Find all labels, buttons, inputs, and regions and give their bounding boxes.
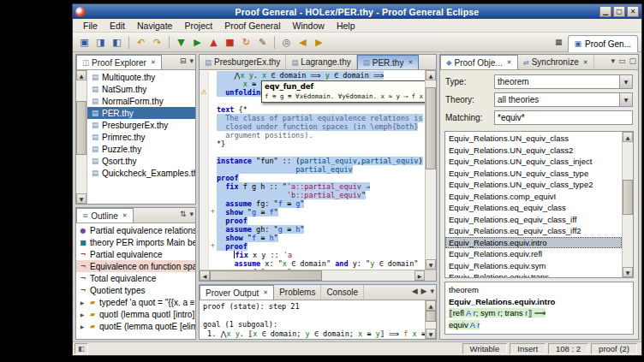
editor-line[interactable]: assume fg: "f ≅ g" [200,199,425,208]
editor-line[interactable]: assume gh: "g ≅ h" [200,225,425,234]
outline-item[interactable]: ■ theory PER imports Main begin [76,236,195,248]
fold-toggle-icon[interactable] [209,268,217,270]
fold-toggle-icon[interactable] [209,225,217,234]
editor-line[interactable] [200,148,425,157]
editor-tab[interactable]: ▤ Lagrange.thy [286,55,356,69]
editor-line[interactable]: 'b::partial_equiv" [200,191,425,199]
explorer-file[interactable]: ▤ Multiquote.thy [87,71,195,83]
editor-line[interactable]: partial_equiv [200,165,425,174]
theorem-item[interactable]: Equiv_Relations.eq_equiv_class_iff2 [445,225,622,237]
editor-line[interactable]: assume x: "x ∈ domain" and y: "y ∈ domai… [200,259,425,268]
theorem-item[interactable]: Equiv_Relations.UN_equiv_class_type [445,168,622,180]
fold-toggle-icon[interactable] [209,165,217,174]
undo-step-icon[interactable]: ↶ [134,35,148,50]
fold-toggle-icon[interactable] [209,217,217,225]
menu-item[interactable]: Navigate [131,20,178,32]
fold-toggle-icon[interactable] [209,114,217,122]
fold-toggle-icon[interactable] [209,88,217,97]
chevron-down-icon[interactable]: ▼ [619,93,632,106]
expander-icon[interactable]: ▶ [79,323,86,329]
outline-item[interactable]: ¬ Equivalence on function spaces [76,260,195,272]
fold-toggle-icon[interactable] [209,148,217,157]
open-perspective-icon[interactable]: ▦ [553,36,564,48]
menu-item[interactable]: Help [331,20,361,32]
fastview-icon[interactable]: ◧ [75,343,88,354]
editor-line[interactable]: and "x ≅ y" [200,268,425,270]
theorem-item[interactable]: Equiv_Relations.equiv.refl [445,248,622,260]
scroll-up-icon[interactable]: ▲ [623,132,633,142]
fold-toggle-icon[interactable] [209,122,217,131]
goto-point-icon[interactable]: ▶ [190,35,205,50]
fold-toggle-icon[interactable] [209,234,217,242]
theorem-item[interactable]: Equiv_Relations.comp_equivI [445,191,622,203]
fold-toggle-icon[interactable]: + [209,242,217,251]
scroll-up-icon[interactable]: ▲ [76,70,86,80]
outline-item[interactable]: ▶ ▰ quotE (lemma quotE [elim]: "... [76,320,195,332]
scroll-thumb[interactable] [210,270,322,281]
retract-step-icon[interactable]: ▲ [206,35,221,50]
close-icon[interactable]: ✕ [149,59,156,66]
stop-prover-icon[interactable]: ■ [223,35,237,50]
editor-line[interactable]: closed under function spaces (in \emph{b… [200,122,425,131]
theorem-item[interactable]: Equiv_Relations.eq_equiv_class_iff [445,214,622,226]
fold-toggle-icon[interactable] [209,139,217,148]
close-icon[interactable]: ✕ [406,59,413,66]
expander-icon[interactable]: ▶ [79,312,86,317]
fold-toggle-icon[interactable] [209,80,217,88]
save-icon[interactable]: ◨ [93,35,108,50]
fold-toggle-icon[interactable] [209,251,217,259]
close-icon[interactable]: ✕ [261,289,268,296]
theorem-item[interactable]: Equiv_Relations.UN_equiv_class_type2 [445,179,622,191]
back-history-icon[interactable]: ◀ [295,35,310,50]
scroll-down-icon[interactable]: ▼ [426,329,436,339]
chevron-down-icon[interactable]: ▼ [619,75,632,88]
scroll-left-icon[interactable]: ◀ [200,270,210,281]
explorer-file[interactable]: ▤ Qsort.thy [87,155,195,167]
editor-line[interactable]: proof [200,217,425,225]
menu-item[interactable]: Window [287,20,331,32]
explorer-file[interactable]: ▤ Quickcheck_Examples.thy [87,167,195,179]
editor-text-area[interactable]: ⋀x y. x ∈ domain ⟹ y ∈ domain ⟹ x ≅ y ⟹ … [200,70,425,270]
redo-step-icon[interactable]: ↷ [150,35,164,50]
outline-item[interactable]: ¬ Total equivalence [76,272,195,284]
minimize-view-icon[interactable]: ▭ [617,55,628,69]
scroll-down-icon[interactable]: ▼ [623,267,633,277]
minimize-button[interactable]: ▁ [599,6,611,17]
scroll-thumb[interactable] [623,180,633,215]
theorem-item[interactable]: Equiv_Relations.UN_equiv_class2 [445,145,622,157]
view-menu-icon[interactable]: ▾ [428,285,436,300]
next-output-icon[interactable]: ▶ [420,285,429,300]
expander-icon[interactable]: ▶ [79,300,86,306]
outline-item[interactable]: ● Partial equivalence relations [76,224,195,236]
fold-toggle-icon[interactable] [209,131,217,139]
close-button[interactable]: ✕ [627,6,639,17]
fold-toggle-icon[interactable] [209,199,217,208]
view-menu-icon[interactable]: ▾ [188,208,195,223]
fold-toggle-icon[interactable]: + [209,208,217,217]
maximize-button[interactable]: ▢ [613,6,625,17]
theorem-item[interactable]: Equiv_Relations.UN_equiv_class_inject [445,156,622,168]
explorer-file[interactable]: ▤ NatSum.thy [87,83,195,95]
activate-scripting-icon[interactable]: ✎ [255,35,270,50]
scroll-down-icon[interactable]: ▼ [76,193,86,204]
editor-line[interactable]: instance "fun" :: (partial_equiv,partial… [200,157,425,165]
new-wizard-icon[interactable]: ▣ [77,35,92,50]
fold-toggle-icon[interactable] [209,157,217,165]
collapse-all-icon[interactable]: ⊟ [178,55,188,69]
explorer-file[interactable]: ▤ PresburgerEx.thy [87,119,195,131]
scroll-thumb[interactable] [76,101,86,155]
view-menu-icon[interactable]: ▾ [609,55,617,69]
outline-item[interactable]: ¬ Quotient types [76,284,195,296]
editor-line[interactable]: proof [200,174,425,182]
theorem-item[interactable]: Equiv_Relations.equiv.trans [445,271,622,277]
objects-tab[interactable]: ⇄ Synchronize ✕ [518,55,594,69]
previous-output-icon[interactable]: ◀ [410,285,420,300]
scroll-thumb[interactable] [426,87,436,169]
view-menu-icon[interactable]: ▾ [188,55,195,69]
editor-line[interactable]: + show "g ≅ f" [200,208,425,217]
fold-toggle-icon[interactable] [209,259,217,268]
fold-toggle-icon[interactable] [209,191,217,199]
prover-tab[interactable]: Prover Output ✕ [200,285,274,300]
tab-proof-explorer[interactable]: ◫ Proof Explorer ✕ [76,55,162,70]
theorem-item[interactable]: Equiv_Relations.UN_equiv_class [445,133,622,145]
